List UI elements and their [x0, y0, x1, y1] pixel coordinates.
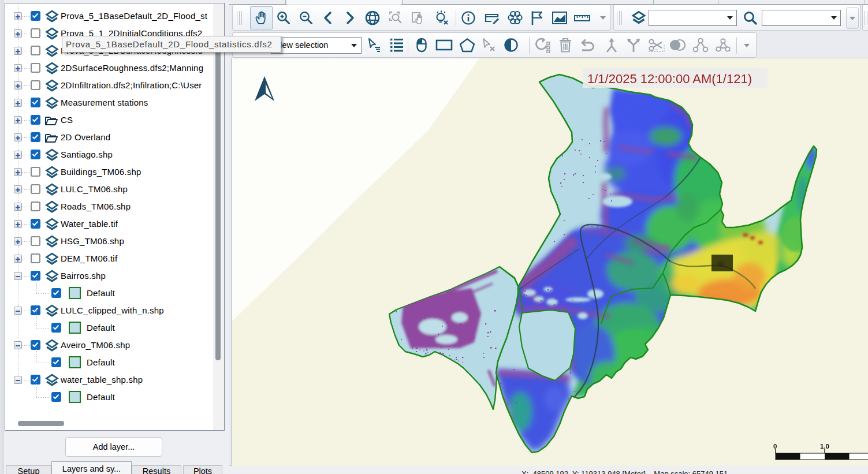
svg-text:1/1/2025 12:00:00 AM(1/121): 1/1/2025 12:00:00 AM(1/121) — [587, 72, 752, 86]
svg-text:0: 0 — [773, 443, 777, 450]
svg-text:1.0: 1.0 — [820, 443, 829, 450]
